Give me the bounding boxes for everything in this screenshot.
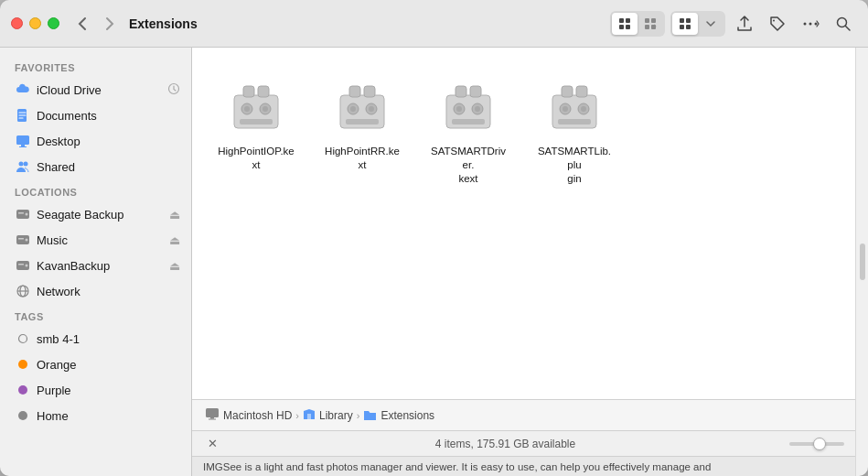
sidebar-item-home[interactable]: Home <box>4 404 188 427</box>
tag-button[interactable] <box>764 10 791 38</box>
home-label: Home <box>37 409 69 423</box>
file-content: HighPointIOP.kext <box>192 48 855 399</box>
ticker-text: IMGSee is a light and fast photos manage… <box>203 461 711 472</box>
maximize-button[interactable] <box>48 17 59 29</box>
back-button[interactable] <box>70 12 94 36</box>
music-disk-icon <box>15 232 31 248</box>
music-eject-icon[interactable]: ⏏ <box>169 233 180 247</box>
seagate-icon <box>15 206 31 222</box>
svg-rect-1 <box>626 18 630 23</box>
home-tag-icon <box>15 407 31 424</box>
size-slider[interactable] <box>789 442 844 446</box>
svg-point-68 <box>581 106 586 112</box>
file-icon-wrapper <box>223 73 289 139</box>
favorites-label: Favorites <box>0 55 191 77</box>
sidebar-item-icloud-drive[interactable]: iCloud Drive <box>4 78 188 102</box>
sidebar-item-desktop[interactable]: Desktop <box>4 129 188 153</box>
status-bar: ✕ 4 items, 175.91 GB available <box>192 430 855 456</box>
slider-track <box>789 442 844 446</box>
minimize-button[interactable] <box>29 17 41 29</box>
svg-point-59 <box>456 106 462 112</box>
kavanbackup-eject-icon[interactable]: ⏏ <box>169 259 180 273</box>
seagate-eject-icon[interactable]: ⏏ <box>169 208 180 222</box>
desktop-label: Desktop <box>37 135 80 148</box>
extensions-folder-icon <box>363 408 377 423</box>
sidebar-item-purple[interactable]: Purple <box>4 378 188 402</box>
status-text: 4 items, 175.91 GB available <box>229 438 782 450</box>
breadcrumb-bar: Macintosh HD › Library › Extensions <box>192 399 855 430</box>
shared-icon <box>15 158 31 175</box>
svg-rect-39 <box>243 86 254 97</box>
scroll-thumb[interactable] <box>860 243 865 280</box>
breadcrumb-macintosh-label: Macintosh HD <box>223 409 292 422</box>
network-icon <box>15 283 31 299</box>
svg-rect-20 <box>16 135 29 145</box>
purple-tag-icon <box>15 382 31 398</box>
nav-buttons <box>70 12 122 36</box>
icon-view-button[interactable] <box>672 13 698 35</box>
right-edge <box>855 48 868 476</box>
svg-rect-26 <box>18 212 24 214</box>
svg-rect-40 <box>258 86 269 97</box>
sidebar-item-network[interactable]: Network <box>4 279 188 303</box>
close-button[interactable] <box>11 17 23 29</box>
file-label: SATSMARTLib.plugin <box>536 145 613 186</box>
sidebar-item-shared[interactable]: Shared <box>4 155 188 178</box>
view-toggle-2 <box>670 11 725 37</box>
titlebar: Extensions <box>0 0 868 48</box>
svg-point-27 <box>26 213 28 216</box>
svg-point-23 <box>19 162 24 167</box>
dropdown-view-button[interactable] <box>698 13 723 35</box>
desktop-icon <box>15 133 31 149</box>
svg-rect-22 <box>19 146 27 147</box>
svg-point-15 <box>815 22 818 25</box>
sidebar-item-seagate[interactable]: Seagate Backup ⏏ <box>4 202 188 226</box>
file-item[interactable]: SATSMARTLib.plugin <box>529 66 620 193</box>
sort-view-button[interactable] <box>638 13 663 35</box>
seagate-label: Seagate Backup <box>37 208 123 222</box>
svg-point-44 <box>263 106 268 112</box>
file-item[interactable]: SATSMARTDriver.kext <box>423 66 514 193</box>
file-icon-wrapper <box>541 73 607 139</box>
file-icon-wrapper <box>329 73 395 139</box>
svg-point-14 <box>809 22 812 25</box>
shared-label: Shared <box>37 160 75 174</box>
status-close-button[interactable]: ✕ <box>203 435 221 453</box>
slider-thumb[interactable] <box>813 438 826 450</box>
icloud-timer-icon <box>167 82 180 97</box>
music-label: Music <box>37 233 68 247</box>
smb41-label: smb 4-1 <box>37 332 80 346</box>
file-item[interactable]: HighPointIOP.kext <box>210 66 302 193</box>
svg-rect-61 <box>452 119 485 124</box>
sidebar-item-smb41[interactable]: smb 4-1 <box>4 327 188 351</box>
file-item[interactable]: HighPointRR.kext <box>316 66 408 193</box>
sidebar-item-kavanbackup[interactable]: KavanBackup ⏏ <box>4 254 188 277</box>
orange-tag-icon <box>15 356 31 373</box>
svg-rect-70 <box>206 408 219 417</box>
file-label: HighPointRR.kext <box>324 145 401 172</box>
svg-rect-48 <box>364 86 375 97</box>
grid-view-button[interactable] <box>612 13 638 35</box>
breadcrumb-extensions[interactable]: Extensions <box>363 408 434 423</box>
sidebar-item-music[interactable]: Music ⏏ <box>4 228 188 252</box>
svg-point-24 <box>24 162 28 167</box>
search-button[interactable] <box>830 10 857 38</box>
sidebar-item-orange[interactable]: Orange <box>4 352 188 376</box>
svg-point-33 <box>26 265 28 267</box>
traffic-lights <box>11 17 59 29</box>
sidebar-item-documents[interactable]: Documents <box>4 103 188 127</box>
svg-point-30 <box>26 239 28 242</box>
ticker-bar: IMGSee is a light and fast photos manage… <box>192 456 855 476</box>
breadcrumb-macintosh[interactable]: Macintosh HD <box>205 407 292 423</box>
more-button[interactable] <box>797 10 824 38</box>
kext-icon <box>545 77 604 135</box>
breadcrumb-sep-1: › <box>295 410 299 421</box>
svg-rect-47 <box>349 86 360 97</box>
forward-button[interactable] <box>98 12 122 36</box>
svg-rect-0 <box>619 18 624 23</box>
svg-rect-53 <box>346 119 379 124</box>
svg-rect-32 <box>18 264 24 265</box>
share-button[interactable] <box>731 10 758 38</box>
library-icon <box>303 408 316 423</box>
breadcrumb-library[interactable]: Library <box>303 408 353 423</box>
